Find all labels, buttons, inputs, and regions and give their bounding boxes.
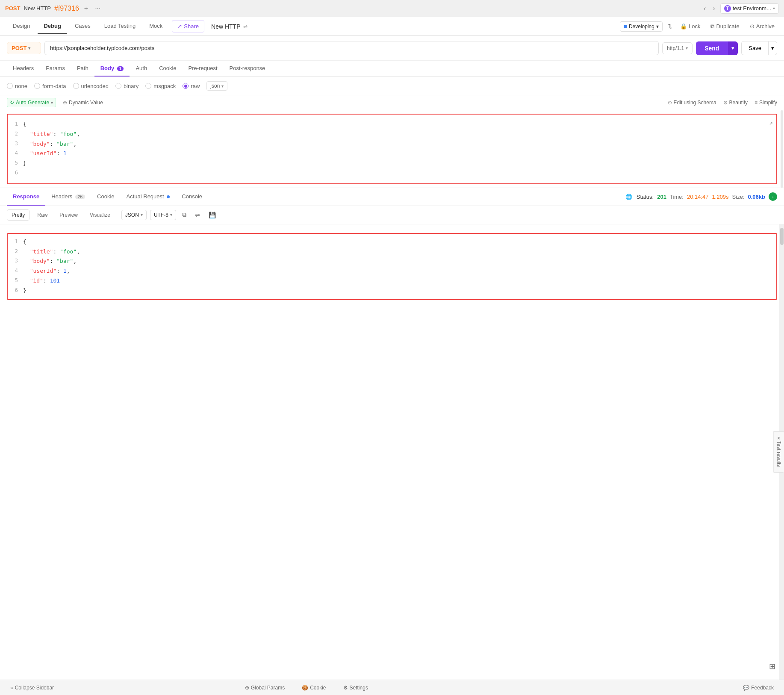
- beautify-button[interactable]: ⊛ Beautify: [723, 100, 748, 106]
- main-tab-bar: Design Debug Cases Load Testing Mock ↗ S…: [0, 17, 784, 36]
- share-icon: ↗: [177, 23, 182, 29]
- option-raw[interactable]: raw: [183, 83, 200, 89]
- option-msgpack[interactable]: msgpack: [145, 83, 176, 89]
- feedback-button[interactable]: 💬 Feedback: [740, 683, 777, 692]
- archive-button[interactable]: ⊙ Archive: [747, 21, 777, 31]
- req-line-6: 6: [8, 168, 776, 178]
- protocol-label: http/1.1: [667, 45, 684, 51]
- method-selector[interactable]: POST ▾: [7, 42, 41, 54]
- tab-design[interactable]: Design: [7, 18, 36, 34]
- collapse-sidebar-button[interactable]: « Collapse Sidebar: [7, 683, 57, 692]
- nav-forward-button[interactable]: ›: [711, 4, 716, 13]
- tab-pre-request[interactable]: Pre-request: [183, 61, 224, 77]
- developing-dot: [624, 25, 627, 28]
- duplicate-button[interactable]: ⧉ Duplicate: [708, 21, 742, 32]
- resp-tab-actual-request[interactable]: Actual Request: [121, 188, 176, 206]
- protocol-selector[interactable]: http/1.1 ▾: [662, 42, 693, 54]
- size-label: Size:: [732, 194, 745, 200]
- encoding-selector[interactable]: UTF-8 ▾: [150, 210, 176, 220]
- cookie-bottom-button[interactable]: 🍪 Cookie: [298, 683, 329, 692]
- resp-sub-raw[interactable]: Raw: [33, 210, 52, 220]
- resp-tab-headers[interactable]: Headers 26: [45, 188, 91, 206]
- req-line-4: 4 "userId": 1: [8, 149, 776, 159]
- option-urlencoded[interactable]: urlencoded: [73, 83, 109, 89]
- type-selector[interactable]: json ▾: [206, 81, 227, 91]
- developing-badge[interactable]: Developing ▾: [620, 21, 663, 32]
- time-value: 20:14:47: [687, 194, 709, 200]
- auto-generate-button[interactable]: ↻ Auto Generate ▾: [7, 98, 56, 107]
- option-form-data[interactable]: form-data: [34, 83, 66, 89]
- badge-chevron-icon: ▾: [656, 24, 659, 29]
- resp-sub-visualize[interactable]: Visualize: [85, 210, 115, 220]
- save-response-button[interactable]: 💾: [206, 210, 218, 220]
- option-binary[interactable]: binary: [115, 83, 139, 89]
- req-line-5: 5 }: [8, 159, 776, 168]
- response-scrollbar-thumb[interactable]: [780, 228, 784, 245]
- archive-icon: ⊙: [750, 23, 755, 29]
- tab-mock[interactable]: Mock: [143, 18, 168, 34]
- duration-value: 1.209s: [712, 194, 729, 200]
- resp-sub-preview[interactable]: Preview: [55, 210, 82, 220]
- add-tab-button[interactable]: +: [83, 4, 90, 13]
- copy-response-button[interactable]: ⧉: [180, 210, 189, 220]
- save-dropdown-button[interactable]: ▾: [769, 41, 777, 55]
- tab-debug[interactable]: Debug: [38, 18, 67, 34]
- simplify-button[interactable]: ≡ Simplify: [755, 100, 777, 106]
- tab-right-actions: Developing ▾ ⇅ 🔒 Lock ⧉ Duplicate ⊙ Arch…: [620, 21, 777, 32]
- tab-cases[interactable]: Cases: [69, 18, 97, 34]
- resp-line-6: 6 }: [8, 286, 776, 296]
- save-group: Save ▾: [741, 41, 777, 55]
- adjust-icon[interactable]: ⇅: [668, 23, 672, 29]
- tab-load-testing[interactable]: Load Testing: [98, 18, 142, 34]
- format-response-button[interactable]: ⇌: [192, 210, 203, 220]
- send-button[interactable]: Send: [696, 41, 728, 55]
- type-chevron-icon: ▾: [221, 84, 224, 88]
- resp-line-2: 2 "title": "foo",: [8, 247, 776, 257]
- send-dropdown-button[interactable]: ▾: [728, 41, 738, 55]
- nav-back-button[interactable]: ‹: [702, 4, 707, 13]
- lock-icon: 🔒: [680, 23, 687, 29]
- dynamic-value-button[interactable]: ⊕ Dynamic Value: [63, 100, 103, 106]
- url-input[interactable]: [44, 41, 659, 55]
- resp-line-1: 1 {: [8, 237, 776, 247]
- tab-path[interactable]: Path: [71, 61, 94, 77]
- tab-body[interactable]: Body 1: [94, 61, 130, 77]
- toolbar-right: ⊙ Edit using Schema ⊛ Beautify ≡ Simplif…: [668, 100, 777, 106]
- tab-headers[interactable]: Headers: [7, 61, 40, 77]
- resp-tab-cookie[interactable]: Cookie: [91, 188, 120, 206]
- test-results-panel[interactable]: « Test results: [773, 431, 784, 473]
- chevron-left-icon: «: [10, 685, 13, 691]
- expand-icon[interactable]: ↗: [769, 118, 773, 127]
- req-line-2: 2 "title": "foo",: [8, 130, 776, 139]
- response-code-editor[interactable]: 1 { 2 "title": "foo", 3 "body": "bar",: [7, 233, 777, 300]
- resp-tab-console[interactable]: Console: [176, 188, 208, 206]
- lock-button[interactable]: 🔒 Lock: [678, 21, 703, 31]
- environment-selector[interactable]: T test Environm... ▾: [720, 3, 779, 14]
- settings-button[interactable]: ⚙ Settings: [340, 683, 371, 692]
- request-tabs: Headers Params Path Body 1 Auth Cookie P…: [0, 61, 784, 77]
- tab-params[interactable]: Params: [40, 61, 71, 77]
- resp-sub-pretty[interactable]: Pretty: [7, 209, 29, 221]
- tab-post-response[interactable]: Post-response: [224, 61, 271, 77]
- save-button[interactable]: Save: [741, 41, 769, 55]
- resp-tab-response[interactable]: Response: [7, 188, 45, 206]
- edit-schema-button[interactable]: ⊙ Edit using Schema: [668, 100, 716, 106]
- grid-button[interactable]: ⊞: [769, 662, 775, 671]
- share-button[interactable]: ↗ Share: [172, 20, 204, 32]
- method-value: POST: [12, 45, 27, 51]
- global-params-icon: ⊕: [245, 685, 249, 691]
- response-toolbar: Pretty Raw Preview Visualize JSON ▾ UTF-…: [0, 206, 784, 224]
- global-params-button[interactable]: ⊕ Global Params: [242, 683, 288, 692]
- format-selector[interactable]: JSON ▾: [121, 210, 147, 220]
- download-button[interactable]: ↓: [769, 192, 777, 201]
- env-icon: T: [724, 5, 731, 12]
- tab-cookie[interactable]: Cookie: [153, 61, 182, 77]
- request-scrollbar[interactable]: [781, 110, 783, 188]
- request-code-editor[interactable]: 1 { 2 "title": "foo", 3 "body": "bar", 4…: [7, 114, 777, 184]
- size-value: 0.06kb: [748, 194, 765, 200]
- tab-auth[interactable]: Auth: [130, 61, 153, 77]
- env-name: test Environm...: [733, 5, 771, 12]
- more-options-button[interactable]: ···: [93, 4, 102, 13]
- bottom-bar: « Collapse Sidebar ⊕ Global Params 🍪 Coo…: [0, 680, 784, 695]
- option-none[interactable]: none: [7, 83, 27, 89]
